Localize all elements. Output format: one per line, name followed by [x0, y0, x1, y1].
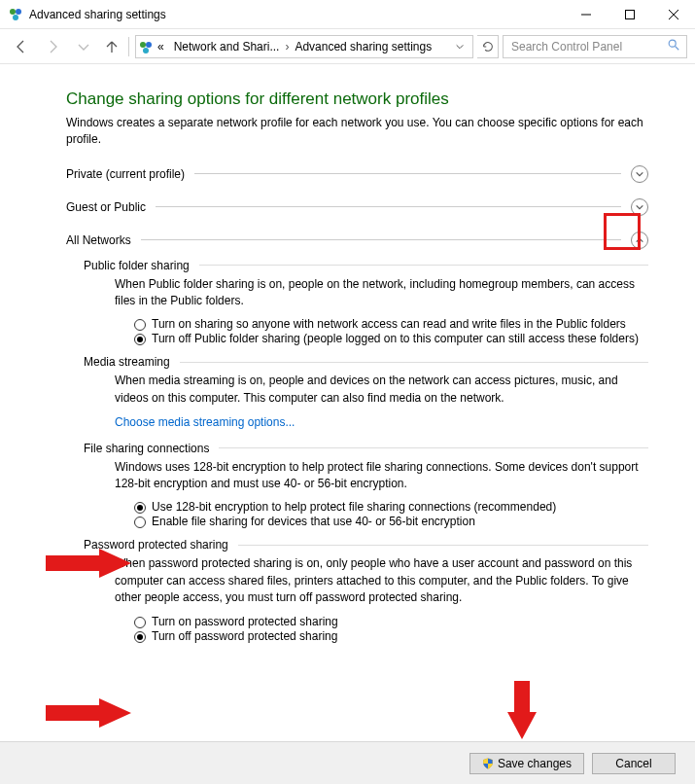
section-public-folder: Public folder sharing: [84, 259, 648, 272]
chevron-down-icon[interactable]: [631, 165, 648, 183]
fsc-40-option[interactable]: Enable file sharing for devices that use…: [134, 515, 648, 528]
pps-radio-group: Turn on password protected sharing Turn …: [134, 615, 648, 643]
pps-off-label: Turn off password protected sharing: [152, 629, 337, 643]
profile-guest[interactable]: Guest or Public: [66, 198, 648, 216]
fsc-128-label: Use 128-bit encryption to help protect f…: [152, 500, 556, 514]
section-media: Media streaming: [84, 355, 648, 369]
pfs-on-label: Turn on sharing so anyone with network a…: [152, 317, 626, 331]
profile-guest-label: Guest or Public: [66, 200, 146, 214]
radio-icon[interactable]: [134, 617, 146, 628]
maximize-button[interactable]: [608, 0, 651, 29]
section-public-folder-label: Public folder sharing: [84, 259, 190, 272]
rule: [156, 206, 621, 207]
chevron-down-icon[interactable]: [631, 198, 648, 216]
chevron-up-icon[interactable]: [631, 232, 648, 249]
svg-point-1: [16, 9, 21, 15]
shield-icon: [482, 758, 494, 769]
svg-point-10: [669, 40, 676, 47]
pfs-radio-group: Turn on sharing so anyone with network a…: [134, 317, 648, 345]
chevron-right-icon: ›: [285, 40, 289, 53]
pfs-off-label: Turn off Public folder sharing (people l…: [152, 332, 639, 345]
breadcrumb-network[interactable]: Network and Shari...: [170, 40, 284, 53]
save-changes-label: Save changes: [498, 757, 572, 770]
refresh-button[interactable]: [477, 35, 499, 58]
svg-rect-4: [625, 10, 634, 18]
pps-on-label: Turn on password protected sharing: [152, 615, 338, 628]
pps-off-option[interactable]: Turn off password protected sharing: [134, 629, 648, 643]
recent-dropdown[interactable]: [70, 35, 97, 58]
navbar: « Network and Shari... › Advanced sharin…: [0, 29, 695, 64]
search-box[interactable]: [503, 35, 687, 58]
section-fsc-label: File sharing connections: [84, 442, 209, 455]
media-streaming-link[interactable]: Choose media streaming options...: [115, 415, 295, 429]
app-icon: [8, 7, 23, 22]
breadcrumb-root[interactable]: «: [154, 40, 168, 53]
rule: [194, 173, 621, 174]
rule: [141, 239, 621, 240]
pps-on-option[interactable]: Turn on password protected sharing: [134, 615, 648, 628]
minimize-button[interactable]: [564, 0, 608, 29]
window-title: Advanced sharing settings: [29, 8, 166, 21]
profile-private[interactable]: Private (current profile): [66, 165, 648, 183]
up-button[interactable]: [101, 35, 122, 58]
svg-point-0: [10, 9, 16, 15]
section-pps: Password protected sharing: [84, 538, 648, 552]
forward-button[interactable]: [39, 35, 66, 58]
radio-checked-icon[interactable]: [134, 631, 146, 643]
pfs-on-option[interactable]: Turn on sharing so anyone with network a…: [134, 317, 648, 331]
section-fsc-desc: Windows uses 128-bit encryption to help …: [115, 459, 648, 493]
search-icon: [667, 38, 680, 54]
breadcrumb-advanced[interactable]: Advanced sharing settings: [291, 40, 435, 53]
profile-all-networks[interactable]: All Networks: [66, 232, 648, 249]
svg-point-9: [143, 48, 149, 53]
cancel-button[interactable]: Cancel: [592, 753, 676, 774]
fsc-128-option[interactable]: Use 128-bit encryption to help protect f…: [134, 500, 648, 514]
address-icon: [138, 40, 152, 53]
svg-point-7: [140, 42, 146, 48]
radio-checked-icon[interactable]: [134, 334, 146, 345]
section-fsc: File sharing connections: [84, 442, 648, 455]
back-button[interactable]: [8, 35, 35, 58]
profile-private-label: Private (current profile): [66, 167, 185, 181]
fsc-40-label: Enable file sharing for devices that use…: [152, 515, 475, 528]
fsc-radio-group: Use 128-bit encryption to help protect f…: [134, 500, 648, 528]
address-bar[interactable]: « Network and Shari... › Advanced sharin…: [135, 35, 473, 58]
svg-line-11: [676, 47, 679, 51]
svg-point-8: [146, 42, 152, 48]
section-public-folder-desc: When Public folder sharing is on, people…: [115, 276, 648, 310]
svg-point-2: [13, 15, 18, 20]
section-media-desc: When media streaming is on, people and d…: [115, 373, 648, 407]
search-input[interactable]: [509, 39, 667, 54]
media-link-row: Choose media streaming options...: [115, 414, 648, 431]
section-pps-label: Password protected sharing: [84, 538, 228, 552]
page-subtitle: Windows creates a separate network profi…: [66, 115, 648, 148]
window-controls: [564, 0, 695, 29]
cancel-label: Cancel: [615, 757, 651, 770]
nav-separator: [128, 37, 129, 56]
content-area: Change sharing options for different net…: [0, 64, 695, 741]
pfs-off-option[interactable]: Turn off Public folder sharing (people l…: [134, 332, 648, 345]
page-heading: Change sharing options for different net…: [66, 89, 648, 109]
section-media-label: Media streaming: [84, 355, 170, 369]
radio-icon[interactable]: [134, 517, 146, 528]
titlebar: Advanced sharing settings: [0, 0, 695, 29]
radio-icon[interactable]: [134, 319, 146, 331]
radio-checked-icon[interactable]: [134, 502, 146, 514]
footer: Save changes Cancel: [0, 741, 695, 784]
address-dropdown[interactable]: [449, 36, 470, 57]
close-button[interactable]: [651, 0, 695, 29]
profile-all-label: All Networks: [66, 233, 131, 247]
save-changes-button[interactable]: Save changes: [469, 753, 584, 774]
section-pps-desc: When password protected sharing is on, o…: [115, 555, 648, 606]
